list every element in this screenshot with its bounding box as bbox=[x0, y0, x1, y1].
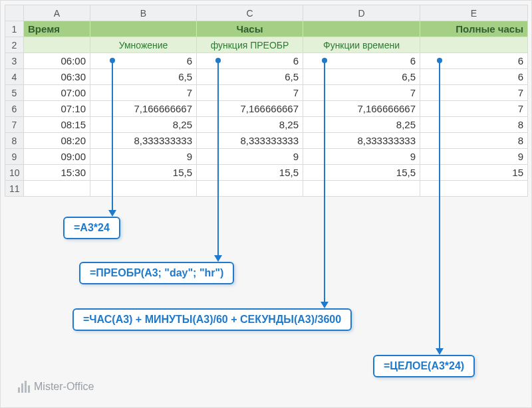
data-row: 4 06:30 6,5 6,5 6,5 6 bbox=[5, 69, 528, 85]
cell-E4[interactable]: 6 bbox=[420, 69, 528, 85]
row-header-7[interactable]: 7 bbox=[5, 117, 24, 133]
arrow-line-D bbox=[324, 60, 325, 302]
cell-D5[interactable]: 7 bbox=[303, 85, 420, 101]
col-header-E[interactable]: E bbox=[420, 5, 528, 21]
col-header-C[interactable]: C bbox=[197, 5, 303, 21]
cell-E2[interactable] bbox=[420, 37, 528, 53]
cell-B1[interactable] bbox=[90, 21, 197, 37]
data-row: 5 07:00 7 7 7 7 bbox=[5, 85, 528, 101]
data-row: 6 07:10 7,166666667 7,166666667 7,166666… bbox=[5, 101, 528, 117]
cell-C1[interactable]: Часы bbox=[197, 21, 303, 37]
title-row: 1 Время Часы Полные часы bbox=[5, 21, 528, 37]
cell-C10[interactable]: 15,5 bbox=[197, 165, 303, 181]
formula-callout-E: =ЦЕЛОЕ(A3*24) bbox=[373, 355, 475, 377]
formula-callout-B: =A3*24 bbox=[63, 217, 120, 239]
col-header-A[interactable]: A bbox=[24, 5, 90, 21]
arrow-head-E-icon bbox=[436, 348, 444, 355]
bars-icon bbox=[18, 381, 30, 393]
grid: A B C D E 1 Время Часы Полные часы 2 bbox=[5, 5, 528, 197]
cell-D7[interactable]: 8,25 bbox=[303, 117, 420, 133]
row-header-3[interactable]: 3 bbox=[5, 53, 24, 69]
cell-A6[interactable]: 07:10 bbox=[24, 101, 90, 117]
cell-C2[interactable]: функция ПРЕОБР bbox=[197, 37, 303, 53]
arrow-head-C-icon bbox=[214, 255, 222, 262]
cell-A5[interactable]: 07:00 bbox=[24, 85, 90, 101]
data-row: 8 08:20 8,333333333 8,333333333 8,333333… bbox=[5, 133, 528, 149]
cell-E3[interactable]: 6 bbox=[420, 53, 528, 69]
cell-A7[interactable]: 08:15 bbox=[24, 117, 90, 133]
cell-D3[interactable]: 6 bbox=[303, 53, 420, 69]
row-header-1[interactable]: 1 bbox=[5, 21, 24, 37]
row-header-2[interactable]: 2 bbox=[5, 37, 24, 53]
cell-B8[interactable]: 8,333333333 bbox=[90, 133, 197, 149]
cell-B3[interactable]: 6 bbox=[90, 53, 197, 69]
cell-A8[interactable]: 08:20 bbox=[24, 133, 90, 149]
cell-D4[interactable]: 6,5 bbox=[303, 69, 420, 85]
cell-D9[interactable]: 9 bbox=[303, 149, 420, 165]
cell-E7[interactable]: 8 bbox=[420, 117, 528, 133]
cell-E11[interactable] bbox=[420, 181, 528, 197]
cell-D1[interactable] bbox=[303, 21, 420, 37]
corner-cell[interactable] bbox=[5, 5, 24, 21]
cell-C9[interactable]: 9 bbox=[197, 149, 303, 165]
row-header-9[interactable]: 9 bbox=[5, 149, 24, 165]
cell-B7[interactable]: 8,25 bbox=[90, 117, 197, 133]
cell-C4[interactable]: 6,5 bbox=[197, 69, 303, 85]
cell-A10[interactable]: 15:30 bbox=[24, 165, 90, 181]
column-header-row: A B C D E bbox=[5, 5, 528, 21]
row-header-6[interactable]: 6 bbox=[5, 101, 24, 117]
row-header-8[interactable]: 8 bbox=[5, 133, 24, 149]
cell-E8[interactable]: 8 bbox=[420, 133, 528, 149]
cell-B5[interactable]: 7 bbox=[90, 85, 197, 101]
cell-C6[interactable]: 7,166666667 bbox=[197, 101, 303, 117]
cell-E9[interactable]: 9 bbox=[420, 149, 528, 165]
cell-E6[interactable]: 7 bbox=[420, 101, 528, 117]
cell-D11[interactable] bbox=[303, 181, 420, 197]
cell-D8[interactable]: 8,333333333 bbox=[303, 133, 420, 149]
empty-row: 11 bbox=[5, 181, 528, 197]
cell-B4[interactable]: 6,5 bbox=[90, 69, 197, 85]
cell-E10[interactable]: 15 bbox=[420, 165, 528, 181]
arrow-line-E bbox=[439, 60, 440, 348]
brand-logo: Mister-Office bbox=[18, 381, 94, 393]
cell-B11[interactable] bbox=[90, 181, 197, 197]
row-header-5[interactable]: 5 bbox=[5, 85, 24, 101]
cell-E5[interactable]: 7 bbox=[420, 85, 528, 101]
arrow-line-C bbox=[217, 60, 219, 255]
cell-A9[interactable]: 09:00 bbox=[24, 149, 90, 165]
spreadsheet: A B C D E 1 Время Часы Полные часы 2 bbox=[5, 5, 527, 197]
cell-E1[interactable]: Полные часы bbox=[420, 21, 528, 37]
formula-callout-C: =ПРЕОБР(A3; "day"; "hr") bbox=[79, 262, 234, 284]
row-header-4[interactable]: 4 bbox=[5, 69, 24, 85]
cell-A4[interactable]: 06:30 bbox=[24, 69, 90, 85]
cell-A1[interactable]: Время bbox=[24, 21, 90, 37]
data-row: 10 15:30 15,5 15,5 15,5 15 bbox=[5, 165, 528, 181]
cell-D6[interactable]: 7,166666667 bbox=[303, 101, 420, 117]
data-row: 7 08:15 8,25 8,25 8,25 8 bbox=[5, 117, 528, 133]
cell-B10[interactable]: 15,5 bbox=[90, 165, 197, 181]
row-header-10[interactable]: 10 bbox=[5, 165, 24, 181]
screenshot-frame: A B C D E 1 Время Часы Полные часы 2 bbox=[0, 0, 532, 408]
cell-D2[interactable]: Функции времени bbox=[303, 37, 420, 53]
cell-C11[interactable] bbox=[197, 181, 303, 197]
cell-A11[interactable] bbox=[24, 181, 90, 197]
data-row: 3 06:00 6 6 6 6 bbox=[5, 53, 528, 69]
arrow-head-D-icon bbox=[321, 302, 329, 308]
cell-B9[interactable]: 9 bbox=[90, 149, 197, 165]
col-header-B[interactable]: B bbox=[90, 5, 197, 21]
subtitle-row: 2 Умножение функция ПРЕОБР Функции време… bbox=[5, 37, 528, 53]
cell-C5[interactable]: 7 bbox=[197, 85, 303, 101]
cell-D10[interactable]: 15,5 bbox=[303, 165, 420, 181]
arrow-line-B bbox=[112, 60, 113, 210]
cell-C7[interactable]: 8,25 bbox=[197, 117, 303, 133]
cell-C3[interactable]: 6 bbox=[197, 53, 303, 69]
cell-A3[interactable]: 06:00 bbox=[24, 53, 90, 69]
cell-B2[interactable]: Умножение bbox=[90, 37, 197, 53]
cell-A2[interactable] bbox=[24, 37, 90, 53]
cell-B6[interactable]: 7,166666667 bbox=[90, 101, 197, 117]
row-header-11[interactable]: 11 bbox=[5, 181, 24, 197]
data-row: 9 09:00 9 9 9 9 bbox=[5, 149, 528, 165]
brand-text: Mister-Office bbox=[34, 381, 94, 393]
col-header-D[interactable]: D bbox=[303, 5, 420, 21]
cell-C8[interactable]: 8,333333333 bbox=[197, 133, 303, 149]
